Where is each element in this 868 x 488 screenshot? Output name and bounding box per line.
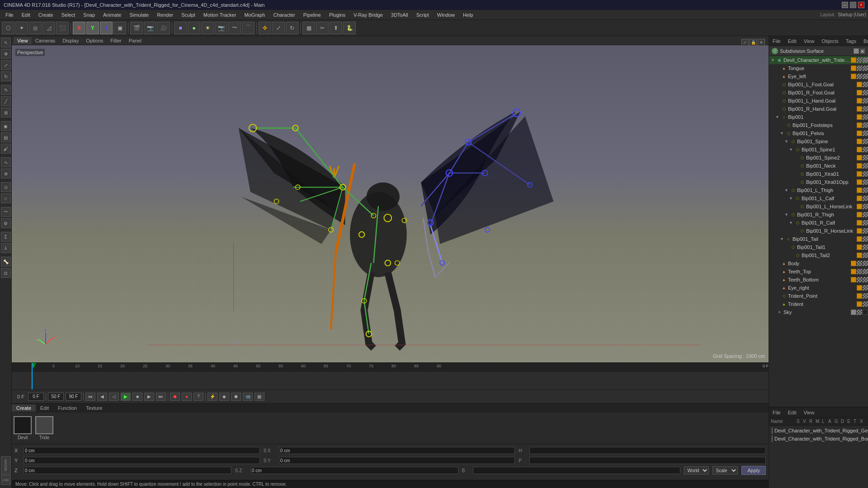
left-camera[interactable]: ⊙ [1,182,11,192]
stop[interactable]: ■ [132,393,142,401]
toolbar-sphere[interactable]: ● [188,22,200,34]
menu-help[interactable]: Help [459,11,477,19]
left-polygon-pen[interactable]: ✎ [1,85,11,95]
toolbar-extrude[interactable]: ⬆ [330,22,342,34]
menu-create[interactable]: Create [35,11,57,19]
menu-script[interactable]: Script [413,11,433,19]
tree-item-l-thigh[interactable]: ▼ ⬡ Bip001_L_Thigh [769,186,868,194]
tab-function[interactable]: Function [53,404,81,412]
left-paint[interactable]: 🖌 [1,144,11,154]
vp-maximize[interactable]: ⤢ [741,39,749,46]
tree-item-eye-right[interactable]: ▲ Eye_right [769,284,868,292]
transport-help[interactable]: ? [193,393,203,401]
toolbar-scale[interactable]: ⤢ [272,22,285,34]
menu-window[interactable]: Window [434,11,458,19]
tree-item-teeth-bottom[interactable]: ▲ Teeth_Bottom [769,276,868,284]
tree-item-tail1[interactable]: ⬡ Bip001_Tail1 [769,243,868,251]
toolbar-model-mode[interactable]: ⬡ [2,22,14,34]
next-frame[interactable]: ▶ [144,393,154,401]
menu-edit[interactable]: Edit [18,11,34,19]
apply-button[interactable]: Apply [741,466,766,475]
left-line-cut[interactable]: ╱ [1,96,11,106]
play[interactable]: ▶ [121,393,131,401]
left-light[interactable]: ☆ [1,193,11,203]
tree-item-footsteps[interactable]: ⬡ Bip001_Footsteps [769,121,868,129]
left-rotate-tool[interactable]: ↻ [1,71,11,81]
sx-input[interactable] [279,447,515,454]
x-input[interactable] [24,447,260,454]
tab-cameras[interactable]: Cameras [32,37,59,44]
tab-create[interactable]: Create [12,404,36,412]
left-rig[interactable]: 🦴 [1,257,11,267]
left-loop-cut[interactable]: ⊞ [1,108,11,117]
tree-arrow-r-thigh[interactable]: ▼ [784,212,789,217]
transform-mode-select[interactable]: Scale Move Rotate [712,466,738,474]
close-button[interactable]: ✕ [858,2,864,8]
tree-arrow-devil-char[interactable]: ▼ [771,58,775,62]
sy-input[interactable] [279,457,515,464]
left-material[interactable]: ◉ [1,121,11,131]
obj-menu-objects[interactable]: Objects [820,38,840,44]
tree-item-bip001[interactable]: ▼ ○ Bip001 [769,113,868,121]
tree-arrow-l-thigh[interactable]: ▼ [784,188,789,192]
menu-render[interactable]: Render [153,11,177,19]
left-deformer[interactable]: 〜 [1,207,11,217]
obj-menu-view[interactable]: View [802,38,816,44]
menu-animate[interactable]: Animate [99,11,125,19]
menu-file[interactable]: File [2,11,17,19]
go-to-start[interactable]: ⏮ [85,393,95,401]
toolbar-point-mode[interactable]: ◎ [29,22,42,34]
tab-edit[interactable]: Edit [36,404,53,412]
obj-menu-file[interactable]: File [771,38,783,44]
record2[interactable]: ⏺ [231,393,241,401]
left-spline[interactable]: ∿ [1,157,11,167]
keyframe-mode[interactable]: ◆ [219,393,229,401]
toolbar-move[interactable]: ✜ [259,22,271,34]
tree-item-tail[interactable]: ▼ ○ Bip001_Tail [769,235,868,243]
object-tree[interactable]: ▼ ◉ Devil_Character_with_Trident_Rigged … [769,56,868,407]
left-scale-tool[interactable]: ⤢ [1,60,11,70]
maximize-button[interactable]: □ [850,2,856,8]
toolbar-edge-mode[interactable]: ◿ [42,22,55,34]
tree-item-pelvis[interactable]: ▼ ⬡ Bip001_Pelvis [769,129,868,137]
obj-menu-edit[interactable]: Edit [786,38,798,44]
toolbar-rotate[interactable]: ↻ [286,22,298,34]
motion-system[interactable]: ⚡ [208,393,217,401]
toolbar-x-axis[interactable]: X [73,22,85,34]
tab-panel[interactable]: Panel [125,37,145,44]
tree-item-r-calf[interactable]: ▼ ⬡ Bip001_R_Calf [769,219,868,227]
tree-item-eye-left[interactable]: ▲ Eye_left [769,72,868,80]
frame-input-end[interactable] [66,393,81,401]
toolbar-sculpt-mode[interactable]: ✦ [15,22,28,34]
tree-item-xtra01[interactable]: ⬡ Bip001_Xtra01 [769,170,868,178]
toolbar-bend[interactable]: ⌒ [242,22,255,34]
tree-arrow-spine[interactable]: ▼ [784,139,789,144]
frame-input-fps[interactable] [48,393,64,401]
y-input[interactable] [24,457,260,464]
minimize-button[interactable]: ─ [842,2,848,8]
menu-simulate[interactable]: Simulate [126,11,152,19]
left-generator[interactable]: ⚙ [1,218,11,228]
play-reverse[interactable]: ◁ [109,393,119,401]
tab-filter[interactable]: Filter [107,37,125,44]
p-input[interactable] [529,457,766,464]
record[interactable]: ⏺ [170,393,180,401]
tree-item-teeth-top[interactable]: ▲ Teeth_Top [769,267,868,276]
material-row-geometry[interactable]: Devil_Character_with_Trident_Rigged_Geom… [770,427,867,435]
frame-input-current[interactable] [28,393,44,401]
left-script[interactable]: λ [1,243,11,253]
tree-item-body[interactable]: ▲ Body [769,259,868,267]
tab-options[interactable]: Options [82,37,107,44]
tab-view[interactable]: View [14,37,32,44]
tree-item-spine[interactable]: ▼ ⬡ Bip001_Spine [769,137,868,145]
tree-arrow-l-calf[interactable]: ▼ [789,196,793,201]
menu-mograph[interactable]: MoGraph [241,11,269,19]
left-move-tool[interactable]: ✜ [1,49,11,59]
obj-title-close[interactable]: ✕ [860,48,865,54]
left-xpresso[interactable]: Σ [1,232,11,242]
menu-3dtoall[interactable]: 3DToAll [387,11,412,19]
toolbar-deform[interactable]: 〜 [228,22,241,34]
transport-extra[interactable]: ▦ [255,393,264,401]
tree-item-r-hand[interactable]: ⬡ Bip001_R_Hand.Goal [769,105,868,113]
tree-item-tongue[interactable]: ▲ Tongue [769,64,868,72]
